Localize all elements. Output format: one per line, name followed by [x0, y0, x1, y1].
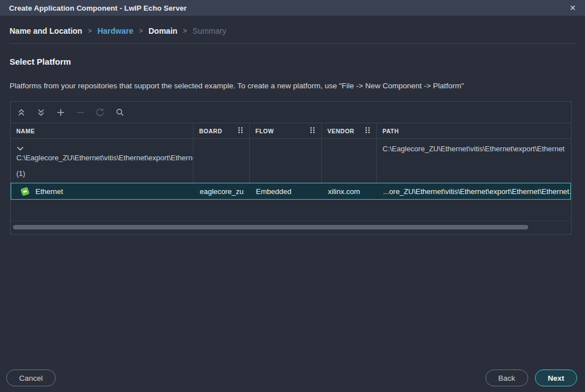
group-count: (1) [16, 169, 187, 178]
platform-name: Ethernet [35, 187, 63, 196]
column-label: BOARD [199, 128, 222, 134]
group-name-cell: C:\Eaglecore_ZU\Ethernet\vitis\Ethernet\… [11, 139, 194, 183]
column-header-vendor[interactable]: VENDOR [322, 123, 377, 138]
column-drag-icon[interactable] [237, 127, 244, 135]
dialog-title: Create Application Component - LwIP Echo… [9, 4, 187, 12]
column-header-name[interactable]: NAME [11, 123, 194, 138]
table-empty-area [11, 200, 571, 221]
remove-icon[interactable] [75, 107, 86, 118]
chevron-down-icon[interactable] [16, 143, 24, 149]
column-label: PATH [382, 128, 399, 134]
next-button[interactable]: Next [535, 370, 577, 386]
platform-table: NAME BOARD FLOW VENDOR PA [10, 101, 572, 235]
breadcrumb-separator: > [183, 27, 187, 35]
column-label: VENDOR [327, 128, 354, 134]
add-icon[interactable] [56, 107, 66, 118]
group-path-cell: C:\Eaglecore_ZU\Ethernet\vitis\Ethernet\… [377, 139, 571, 183]
group-flow-cell [250, 139, 322, 183]
breadcrumb-separator: > [88, 27, 92, 35]
collapse-all-icon[interactable] [16, 107, 26, 118]
step-name-and-location[interactable]: Name and Location [10, 26, 82, 35]
platform-path-cell: ...ore_ZU\Ethernet\vitis\Ethernet\export… [377, 183, 570, 199]
search-icon[interactable] [115, 107, 125, 118]
create-application-component-dialog: Create Application Component - LwIP Echo… [0, 0, 585, 392]
column-drag-icon[interactable] [364, 127, 371, 135]
cancel-button[interactable]: Cancel [6, 370, 56, 386]
group-name-text: C:\Eaglecore_ZU\Ethernet\vitis\Ethernet\… [16, 154, 187, 162]
column-drag-icon[interactable] [309, 127, 316, 135]
table-header-row: NAME BOARD FLOW VENDOR PA [11, 123, 571, 139]
page-title: Select Platform [10, 57, 575, 66]
horizontal-scrollbar-thumb[interactable] [13, 225, 528, 229]
dialog-titlebar: Create Application Component - LwIP Echo… [0, 0, 585, 16]
table-toolbar [11, 102, 571, 123]
platform-row-ethernet[interactable]: Ethernet eaglecore_zu Embedded xilinx.co… [11, 183, 571, 200]
close-icon[interactable]: ✕ [569, 4, 576, 12]
group-vendor-cell [322, 139, 377, 183]
platform-group-row[interactable]: C:\Eaglecore_ZU\Ethernet\vitis\Ethernet\… [11, 139, 571, 183]
platform-icon [20, 187, 30, 196]
column-header-board[interactable]: BOARD [194, 123, 250, 138]
column-label: FLOW [255, 128, 274, 134]
expand-all-icon[interactable] [36, 107, 46, 118]
step-summary: Summary [192, 26, 226, 35]
step-hardware[interactable]: Hardware [97, 26, 133, 35]
platform-flow-cell: Embedded [250, 183, 322, 199]
step-domain[interactable]: Domain [148, 26, 177, 35]
breadcrumb-separator: > [139, 27, 143, 35]
column-header-path[interactable]: PATH [377, 123, 571, 138]
back-button[interactable]: Back [485, 370, 528, 386]
platform-name-cell: Ethernet [11, 183, 194, 199]
refresh-icon[interactable] [95, 107, 105, 118]
breadcrumb: Name and Location > Hardware > Domain > … [0, 16, 585, 35]
column-header-flow[interactable]: FLOW [250, 123, 322, 138]
platform-vendor-cell: xilinx.com [322, 183, 377, 199]
page-description: Platforms from your repositories that su… [10, 82, 575, 90]
group-board-cell [194, 139, 250, 183]
breadcrumb-divider [10, 43, 575, 44]
column-label: NAME [16, 128, 35, 134]
platform-board-cell: eaglecore_zu [194, 183, 250, 199]
horizontal-scrollbar[interactable] [11, 221, 571, 234]
